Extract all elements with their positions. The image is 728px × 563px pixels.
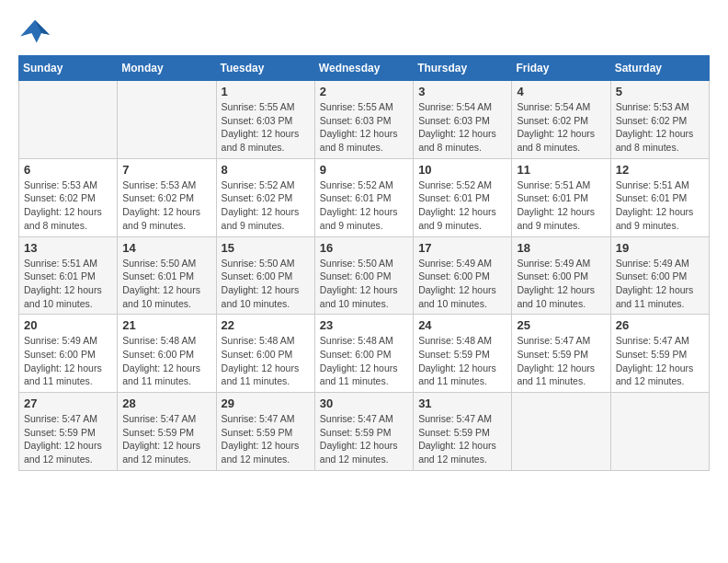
day-number: 16 — [320, 241, 408, 255]
calendar-cell: 5Sunrise: 5:53 AM Sunset: 6:02 PM Daylig… — [610, 81, 709, 159]
calendar-header-row: SundayMondayTuesdayWednesdayThursdayFrid… — [19, 56, 710, 81]
day-number: 23 — [320, 318, 408, 332]
day-number: 24 — [418, 318, 506, 332]
col-header-tuesday: Tuesday — [216, 56, 314, 81]
day-number: 13 — [24, 241, 112, 255]
day-info: Sunrise: 5:48 AM Sunset: 6:00 PM Dayligh… — [122, 334, 210, 388]
calendar-cell: 18Sunrise: 5:49 AM Sunset: 6:00 PM Dayli… — [512, 236, 610, 315]
day-number: 2 — [320, 85, 408, 98]
calendar-week-2: 6Sunrise: 5:53 AM Sunset: 6:02 PM Daylig… — [19, 158, 710, 236]
day-number: 31 — [418, 396, 506, 410]
col-header-sunday: Sunday — [19, 56, 118, 81]
day-number: 1 — [222, 85, 310, 98]
day-number: 6 — [24, 163, 112, 177]
day-number: 22 — [222, 318, 310, 332]
calendar-cell: 19Sunrise: 5:49 AM Sunset: 6:00 PM Dayli… — [610, 236, 709, 315]
day-info: Sunrise: 5:47 AM Sunset: 5:59 PM Dayligh… — [418, 412, 506, 466]
calendar-cell — [19, 81, 118, 159]
day-number: 14 — [122, 241, 210, 255]
day-number: 12 — [616, 163, 704, 177]
day-info: Sunrise: 5:51 AM Sunset: 6:01 PM Dayligh… — [517, 178, 605, 233]
calendar-week-1: 1Sunrise: 5:55 AM Sunset: 6:03 PM Daylig… — [19, 81, 710, 159]
day-info: Sunrise: 5:52 AM Sunset: 6:01 PM Dayligh… — [418, 178, 506, 233]
day-info: Sunrise: 5:48 AM Sunset: 6:00 PM Dayligh… — [320, 334, 408, 388]
calendar-week-5: 27Sunrise: 5:47 AM Sunset: 5:59 PM Dayli… — [19, 393, 710, 471]
day-number: 10 — [418, 163, 506, 177]
calendar-cell: 13Sunrise: 5:51 AM Sunset: 6:01 PM Dayli… — [19, 236, 118, 315]
day-number: 21 — [122, 318, 210, 332]
day-info: Sunrise: 5:54 AM Sunset: 6:03 PM Dayligh… — [418, 100, 506, 155]
day-info: Sunrise: 5:51 AM Sunset: 6:01 PM Dayligh… — [24, 257, 112, 311]
col-header-saturday: Saturday — [610, 56, 709, 81]
day-number: 5 — [616, 85, 704, 98]
day-info: Sunrise: 5:55 AM Sunset: 6:03 PM Dayligh… — [320, 100, 408, 155]
day-info: Sunrise: 5:50 AM Sunset: 6:01 PM Dayligh… — [122, 257, 210, 311]
day-number: 19 — [616, 241, 704, 255]
calendar-cell — [610, 393, 709, 471]
calendar-cell: 8Sunrise: 5:52 AM Sunset: 6:02 PM Daylig… — [216, 158, 314, 236]
day-number: 4 — [517, 85, 605, 98]
day-info: Sunrise: 5:53 AM Sunset: 6:02 PM Dayligh… — [616, 100, 704, 155]
calendar-cell: 10Sunrise: 5:52 AM Sunset: 6:01 PM Dayli… — [414, 158, 512, 236]
calendar-cell — [512, 393, 610, 471]
day-info: Sunrise: 5:49 AM Sunset: 6:00 PM Dayligh… — [24, 334, 112, 388]
day-number: 25 — [517, 318, 605, 332]
logo-icon — [18, 18, 51, 46]
day-info: Sunrise: 5:55 AM Sunset: 6:03 PM Dayligh… — [222, 100, 310, 155]
page-header — [18, 18, 710, 46]
col-header-thursday: Thursday — [414, 56, 512, 81]
day-number: 30 — [320, 396, 408, 410]
calendar-cell: 20Sunrise: 5:49 AM Sunset: 6:00 PM Dayli… — [19, 315, 118, 393]
day-info: Sunrise: 5:47 AM Sunset: 5:59 PM Dayligh… — [320, 412, 408, 466]
calendar-cell: 9Sunrise: 5:52 AM Sunset: 6:01 PM Daylig… — [314, 158, 413, 236]
day-info: Sunrise: 5:50 AM Sunset: 6:00 PM Dayligh… — [222, 257, 310, 311]
day-info: Sunrise: 5:49 AM Sunset: 6:00 PM Dayligh… — [517, 257, 605, 311]
day-info: Sunrise: 5:52 AM Sunset: 6:01 PM Dayligh… — [320, 178, 408, 233]
day-number: 7 — [122, 163, 210, 177]
calendar-cell: 16Sunrise: 5:50 AM Sunset: 6:00 PM Dayli… — [314, 236, 413, 315]
calendar-cell: 2Sunrise: 5:55 AM Sunset: 6:03 PM Daylig… — [314, 81, 413, 159]
day-info: Sunrise: 5:52 AM Sunset: 6:02 PM Dayligh… — [222, 178, 310, 233]
day-info: Sunrise: 5:49 AM Sunset: 6:00 PM Dayligh… — [616, 257, 704, 311]
day-number: 11 — [517, 163, 605, 177]
calendar-cell: 12Sunrise: 5:51 AM Sunset: 6:01 PM Dayli… — [610, 158, 709, 236]
calendar-cell: 27Sunrise: 5:47 AM Sunset: 5:59 PM Dayli… — [19, 393, 118, 471]
day-number: 3 — [418, 85, 506, 98]
day-number: 15 — [222, 241, 310, 255]
col-header-friday: Friday — [512, 56, 610, 81]
calendar-cell: 17Sunrise: 5:49 AM Sunset: 6:00 PM Dayli… — [414, 236, 512, 315]
day-info: Sunrise: 5:54 AM Sunset: 6:02 PM Dayligh… — [517, 100, 605, 155]
day-number: 8 — [222, 163, 310, 177]
day-number: 29 — [222, 396, 310, 410]
calendar-cell: 21Sunrise: 5:48 AM Sunset: 6:00 PM Dayli… — [118, 315, 216, 393]
day-number: 28 — [122, 396, 210, 410]
calendar-cell: 22Sunrise: 5:48 AM Sunset: 6:00 PM Dayli… — [216, 315, 314, 393]
calendar-cell: 26Sunrise: 5:47 AM Sunset: 5:59 PM Dayli… — [610, 315, 709, 393]
calendar-cell: 6Sunrise: 5:53 AM Sunset: 6:02 PM Daylig… — [19, 158, 118, 236]
day-number: 17 — [418, 241, 506, 255]
day-info: Sunrise: 5:47 AM Sunset: 5:59 PM Dayligh… — [222, 412, 310, 466]
day-info: Sunrise: 5:53 AM Sunset: 6:02 PM Dayligh… — [24, 178, 112, 233]
calendar-cell: 28Sunrise: 5:47 AM Sunset: 5:59 PM Dayli… — [118, 393, 216, 471]
calendar-cell: 14Sunrise: 5:50 AM Sunset: 6:01 PM Dayli… — [118, 236, 216, 315]
day-info: Sunrise: 5:47 AM Sunset: 5:59 PM Dayligh… — [616, 334, 704, 388]
calendar-cell: 4Sunrise: 5:54 AM Sunset: 6:02 PM Daylig… — [512, 81, 610, 159]
calendar-week-4: 20Sunrise: 5:49 AM Sunset: 6:00 PM Dayli… — [19, 315, 710, 393]
calendar-cell: 30Sunrise: 5:47 AM Sunset: 5:59 PM Dayli… — [314, 393, 413, 471]
calendar-cell: 15Sunrise: 5:50 AM Sunset: 6:00 PM Dayli… — [216, 236, 314, 315]
calendar-week-3: 13Sunrise: 5:51 AM Sunset: 6:01 PM Dayli… — [19, 236, 710, 315]
day-info: Sunrise: 5:53 AM Sunset: 6:02 PM Dayligh… — [122, 178, 210, 233]
day-number: 27 — [24, 396, 112, 410]
calendar-cell: 24Sunrise: 5:48 AM Sunset: 5:59 PM Dayli… — [414, 315, 512, 393]
day-number: 9 — [320, 163, 408, 177]
day-info: Sunrise: 5:50 AM Sunset: 6:00 PM Dayligh… — [320, 257, 408, 311]
day-info: Sunrise: 5:47 AM Sunset: 5:59 PM Dayligh… — [517, 334, 605, 388]
calendar-cell: 11Sunrise: 5:51 AM Sunset: 6:01 PM Dayli… — [512, 158, 610, 236]
day-number: 20 — [24, 318, 112, 332]
day-info: Sunrise: 5:51 AM Sunset: 6:01 PM Dayligh… — [616, 178, 704, 233]
day-info: Sunrise: 5:48 AM Sunset: 5:59 PM Dayligh… — [418, 334, 506, 388]
col-header-monday: Monday — [118, 56, 216, 81]
calendar-cell: 25Sunrise: 5:47 AM Sunset: 5:59 PM Dayli… — [512, 315, 610, 393]
calendar-cell: 3Sunrise: 5:54 AM Sunset: 6:03 PM Daylig… — [414, 81, 512, 159]
day-number: 26 — [616, 318, 704, 332]
